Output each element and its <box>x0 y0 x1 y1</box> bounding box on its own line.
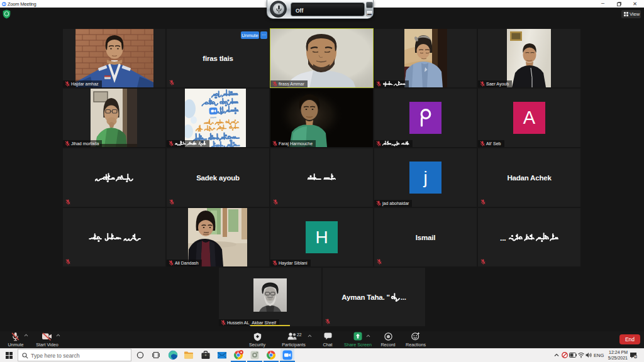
svg-text:Off: Off <box>296 8 303 14</box>
svg-text:...: ... <box>500 233 506 242</box>
svg-text:zoom: zoom <box>210 116 217 119</box>
